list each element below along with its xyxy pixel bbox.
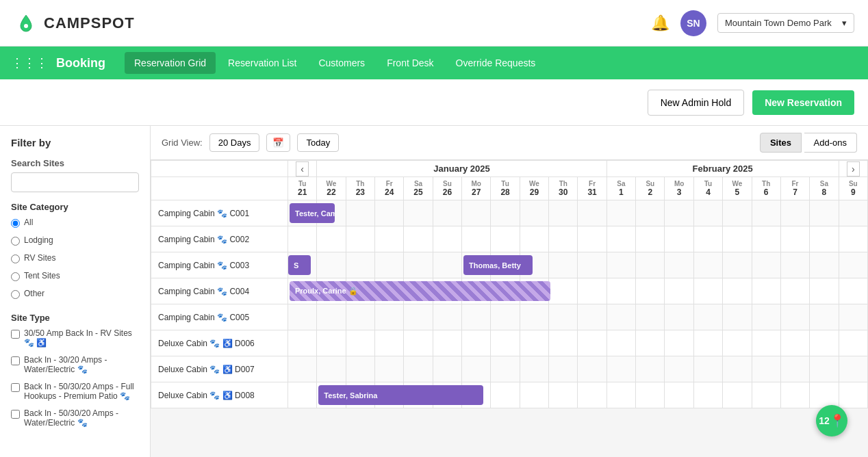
day-cell[interactable] [810,382,839,408]
day-cell[interactable] [723,330,752,356]
day-cell[interactable] [665,330,693,356]
day-cell[interactable] [288,356,317,382]
day-cell[interactable] [578,200,607,226]
day-cell[interactable] [317,252,346,278]
day-cell[interactable] [578,226,607,252]
day-cell[interactable] [636,252,665,278]
day-cell[interactable] [288,304,317,330]
day-cell[interactable] [607,226,635,252]
category-all[interactable]: All [11,218,139,228]
day-cell[interactable] [607,382,635,408]
day-cell[interactable] [520,304,548,330]
type-back-in-30-20[interactable]: Back In - 30/20 Amps - Water/Electric 🐾 [11,355,139,374]
day-cell[interactable] [665,200,693,226]
day-cell[interactable] [346,200,374,226]
day-cell[interactable] [433,252,461,278]
day-cell[interactable] [375,226,404,252]
day-cell[interactable] [693,200,722,226]
nav-override-requests[interactable]: Override Requests [446,52,546,74]
day-cell[interactable] [549,356,578,382]
reservation-block[interactable]: Tester, Sabrina [318,385,483,405]
day-cell[interactable] [491,382,520,408]
day-cell[interactable] [491,304,520,330]
day-cell[interactable] [693,304,722,330]
day-cell[interactable] [607,356,635,382]
day-cell[interactable] [780,356,809,382]
day-cell[interactable] [317,356,346,382]
day-cell[interactable] [491,356,520,382]
day-cell[interactable] [839,252,867,278]
type-30-50-amp[interactable]: 30/50 Amp Back In - RV Sites 🐾 ♿ [11,328,139,348]
day-cell[interactable] [752,330,780,356]
day-cell[interactable] [578,356,607,382]
day-cell[interactable] [665,252,693,278]
day-cell[interactable] [549,304,578,330]
day-cell[interactable] [346,252,374,278]
day-cell[interactable] [723,252,752,278]
next-month-button[interactable]: › [847,161,860,177]
day-cell[interactable] [693,252,722,278]
day-cell[interactable] [549,200,578,226]
day-cell[interactable] [549,330,578,356]
day-cell[interactable] [317,330,346,356]
day-cell[interactable] [462,200,491,226]
day-cell[interactable] [375,200,404,226]
day-cell[interactable] [839,304,867,330]
day-cell[interactable] [839,200,867,226]
day-cell[interactable] [462,226,491,252]
reservation-block[interactable]: Tester, Campspot [290,203,335,223]
prev-month-button[interactable]: ‹ [296,161,309,177]
day-cell[interactable] [780,278,809,304]
day-cell[interactable] [578,382,607,408]
day-cell[interactable] [723,226,752,252]
day-cell[interactable]: Tester, Campspot [288,200,317,226]
search-sites-input[interactable] [11,172,139,192]
day-cell[interactable] [810,356,839,382]
day-cell[interactable] [317,304,346,330]
day-cell[interactable] [752,200,780,226]
category-rv-sites[interactable]: RV Sites [11,253,139,263]
day-cell[interactable] [752,278,780,304]
day-cell[interactable] [665,382,693,408]
day-cell[interactable] [839,382,867,408]
category-other[interactable]: Other [11,289,139,299]
avatar[interactable]: SN [680,10,706,36]
day-cell[interactable] [723,382,752,408]
day-cell[interactable] [491,330,520,356]
day-cell[interactable] [780,330,809,356]
sites-view-button[interactable]: Sites [760,133,802,153]
nav-front-desk[interactable]: Front Desk [377,52,443,74]
day-cell[interactable] [665,278,693,304]
day-cell[interactable] [578,330,607,356]
day-cell[interactable] [693,382,722,408]
day-cell[interactable] [693,356,722,382]
day-cell[interactable] [433,226,461,252]
day-cell[interactable]: Tester, Sabrina [317,382,346,408]
type-back-in-50-full[interactable]: Back In - 50/30/20 Amps - Full Hookups -… [11,382,139,401]
day-cell[interactable] [607,200,635,226]
day-cell[interactable] [578,304,607,330]
day-cell[interactable] [810,226,839,252]
day-cell[interactable] [433,330,461,356]
day-cell[interactable] [346,330,374,356]
nav-customers[interactable]: Customers [309,52,374,74]
nav-reservation-grid[interactable]: Reservation Grid [125,52,216,74]
day-cell[interactable] [404,304,433,330]
day-cell[interactable] [810,252,839,278]
day-cell[interactable]: Thomas, Betty [462,252,491,278]
day-cell[interactable] [752,252,780,278]
day-cell[interactable] [636,356,665,382]
day-cell[interactable] [636,226,665,252]
day-cell[interactable] [607,252,635,278]
reservation-block[interactable]: S [288,255,311,275]
day-cell[interactable] [752,304,780,330]
day-cell[interactable] [549,278,578,304]
category-tent-sites[interactable]: Tent Sites [11,271,139,281]
day-cell[interactable] [636,382,665,408]
day-cell[interactable] [665,226,693,252]
day-cell[interactable] [520,330,548,356]
day-cell[interactable] [375,330,404,356]
day-cell[interactable] [723,356,752,382]
day-cell[interactable] [607,330,635,356]
day-cell[interactable] [839,226,867,252]
